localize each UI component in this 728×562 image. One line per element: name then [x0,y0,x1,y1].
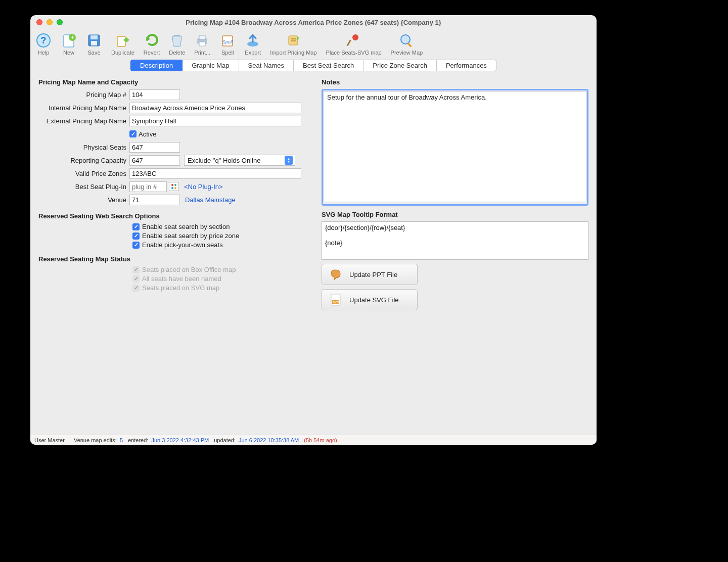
external-name-input[interactable] [129,116,301,126]
enable-zone-checkbox[interactable] [132,232,140,240]
svg-rect-12 [199,42,205,46]
internal-name-input[interactable] [129,103,301,113]
status-box-office-label: Seats placed on Box Office map [142,266,236,273]
content: Pricing Map Name and Capacity Pricing Ma… [30,71,597,435]
svg-point-21 [171,184,173,186]
magnifier-icon [398,32,415,49]
best-seat-plugin-input[interactable] [129,181,167,192]
zoom-icon[interactable] [57,19,63,25]
print-icon [194,32,210,49]
svg-text:SVG: SVG [333,301,339,304]
help-icon: ? [35,32,52,49]
pin-icon [346,32,362,49]
tab-seat-names[interactable]: Seat Names [239,60,294,71]
svg-rect-6 [90,35,98,39]
duplicate-icon [115,32,131,49]
spell-button[interactable]: Spell Spell [219,32,236,56]
section-map-status: Reserved Seating Map Status [38,255,311,263]
enable-section-checkbox[interactable] [132,223,140,230]
tab-graphic-map[interactable]: Graphic Map [182,60,239,71]
svg-text:Spell: Spell [222,39,233,44]
delete-icon [169,32,185,49]
tab-price-zone-search[interactable]: Price Zone Search [363,60,437,71]
help-button[interactable]: ? Help [35,32,52,56]
plugin-picker-icon[interactable] [169,182,179,191]
reporting-capacity-input[interactable] [129,155,180,166]
window-controls [36,19,63,25]
svg-rect-18 [346,40,351,46]
ppt-icon [329,268,342,281]
place-seats-button[interactable]: Place Seats-SVG map [326,32,382,56]
update-ppt-button[interactable]: Update PPT File [322,264,418,285]
minimize-icon[interactable] [47,19,53,25]
internal-name-label: Internal Pricing Map Name [38,104,129,112]
status-user: User Master [34,437,65,443]
valid-zones-label: Valid Price Zones [38,170,129,177]
duplicate-button[interactable]: Duplicate [111,32,134,56]
new-button[interactable]: + New [61,32,77,56]
active-label: Active [139,130,156,138]
revert-button[interactable]: Revert [144,32,160,56]
status-bar: User Master Venue map edits: 5 entered: … [30,435,597,445]
status-svg-label: Seats placed on SVG map [142,284,219,292]
select-arrows-icon [285,156,293,165]
physical-seats-label: Physical Seats [38,144,129,151]
new-icon: + [61,32,77,49]
tooltip-label: SVG Map Tooltip Format [322,211,588,218]
export-icon [245,32,261,49]
svg-rect-16 [289,36,298,45]
holds-select[interactable]: Exclude "q" Holds Online [184,155,295,166]
import-pricing-map-button[interactable]: Import Pricing Map [270,32,316,56]
export-button[interactable]: Export [245,32,261,56]
section-name-capacity: Pricing Map Name and Capacity [38,78,311,86]
preview-map-button[interactable]: Preview Map [391,32,423,56]
close-icon[interactable] [36,19,42,25]
svg-rect-7 [91,41,97,45]
enable-zone-label: Enable seat search by price zone [142,232,239,240]
tooltip-textarea[interactable] [322,221,588,260]
status-box-office-checkbox [132,266,140,273]
enable-pick-checkbox[interactable] [132,242,140,249]
physical-seats-input[interactable] [129,142,180,153]
print-button[interactable]: Print... [194,32,210,56]
tab-performances[interactable]: Performances [436,60,496,71]
tab-best-seat-search[interactable]: Best Seat Search [293,60,363,71]
spell-icon: Spell [219,32,236,49]
reporting-capacity-label: Reporting Capacity [38,157,129,164]
venue-label: Venue [38,196,129,204]
status-edits: 5 [120,437,123,443]
svg-rect-11 [199,35,205,39]
venue-link[interactable]: Dallas Mainstage [185,196,236,204]
pricing-map-num-input[interactable] [129,89,180,100]
toolbar: ? Help + New Save Duplicate Reve [30,29,597,58]
active-checkbox[interactable] [129,130,136,137]
svg-rect-8 [117,36,125,46]
status-named-checkbox [132,275,140,283]
svg-point-24 [174,187,176,189]
pricing-map-num-label: Pricing Map # [38,91,129,99]
titlebar: Pricing Map #104 Broadway Across America… [30,15,597,29]
right-column: Notes SVG Map Tooltip Format Update PPT … [322,78,588,431]
svg-point-22 [174,184,176,186]
revert-icon [144,32,160,49]
valid-zones-input[interactable] [129,168,301,179]
tab-description[interactable]: Description [130,60,183,71]
venue-input[interactable] [129,195,180,205]
app-window: Pricing Map #104 Broadway Across America… [30,15,597,445]
left-column: Pricing Map Name and Capacity Pricing Ma… [38,78,311,431]
svg-file-icon: SVG [329,293,342,306]
status-entered-label: entered: [128,437,148,443]
enable-section-label: Enable seat search by section [142,223,230,230]
no-plugin-link[interactable]: <No Plug-In> [184,183,223,191]
best-seat-plugin-label: Best Seat Plug-In [38,183,129,191]
status-ago: (5h 54m ago) [304,437,337,443]
notes-focus-ring [322,89,588,206]
notes-textarea[interactable] [324,91,586,202]
save-button[interactable]: Save [86,32,102,56]
svg-text:+: + [70,34,74,41]
external-name-label: External Pricing Map Name [38,117,129,125]
svg-point-23 [171,187,173,189]
enable-pick-label: Enable pick-your-own seats [142,241,223,249]
delete-button[interactable]: Delete [169,32,185,56]
update-svg-button[interactable]: SVG Update SVG File [322,289,418,310]
